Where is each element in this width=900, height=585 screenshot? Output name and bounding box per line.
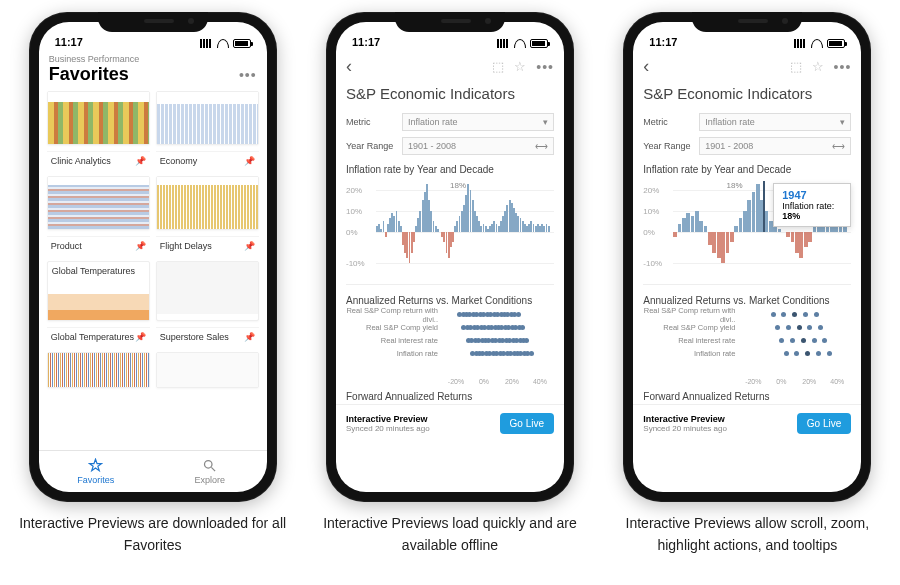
pin-icon[interactable]: 📌 [244, 332, 255, 342]
caption: Interactive Previews allow scroll, zoom,… [607, 512, 887, 557]
bars [376, 179, 550, 284]
wifi-icon [514, 39, 526, 48]
filter-metric: Metric Inflation rate▾ [633, 110, 861, 134]
clock: 11:17 [649, 36, 677, 48]
caption: Interactive Previews load quickly and ar… [310, 512, 590, 557]
y-tick: -10% [643, 259, 662, 268]
filter-label: Year Range [643, 141, 693, 151]
y-tick: -10% [346, 259, 365, 268]
notch [692, 12, 802, 32]
card-label: Clinic Analytics [51, 156, 111, 166]
inflation-chart[interactable]: 20% 10% 0% -10% 18% [346, 179, 554, 285]
download-icon[interactable]: ⬚ [492, 59, 504, 75]
content: ‹ ⬚ ☆ ••• S&P Economic Indicators Metric… [336, 50, 564, 492]
dashboard-card[interactable] [156, 352, 259, 388]
metric-select[interactable]: Inflation rate▾ [699, 113, 851, 131]
filter-range: Year Range 1901 - 2008⟷ [336, 134, 564, 158]
star-outline-icon[interactable]: ☆ [812, 59, 824, 75]
filter-label: Metric [643, 117, 693, 127]
notch [395, 12, 505, 32]
dashboard-card[interactable] [47, 352, 150, 388]
wifi-icon [217, 39, 229, 48]
tab-label: Favorites [77, 475, 114, 485]
pin-icon[interactable]: 📌 [244, 241, 255, 251]
tab-explore[interactable]: Explore [153, 451, 267, 492]
returns-dotplot[interactable]: Real S&P Comp return with divi..Real S&P… [346, 308, 554, 372]
battery-icon [530, 39, 548, 48]
go-live-button[interactable]: Go Live [797, 413, 851, 434]
thumbnail [48, 353, 149, 387]
header-row: Favorites ••• [39, 64, 267, 91]
range-select[interactable]: 1901 - 2008⟷ [402, 137, 554, 155]
back-icon[interactable]: ‹ [346, 56, 352, 77]
tooltip-year: 1947 [782, 189, 842, 201]
tab-favorites[interactable]: Favorites [39, 451, 153, 492]
status-icons [200, 39, 251, 48]
col-1: 11:17 Business Performance Favorites ••• [8, 12, 297, 557]
highlight-bar [763, 181, 765, 231]
pin-icon[interactable]: 📌 [244, 156, 255, 166]
metric-select[interactable]: Inflation rate▾ [402, 113, 554, 131]
col-2: 11:17 ‹ ⬚ ☆ ••• S&P Economic Indicators [305, 12, 594, 557]
signal-icon [794, 39, 807, 48]
y-tick: 0% [346, 227, 358, 236]
pin-icon[interactable]: 📌 [135, 241, 146, 251]
preview-title: Interactive Preview [346, 414, 430, 424]
download-icon[interactable]: ⬚ [790, 59, 802, 75]
select-value: Inflation rate [408, 117, 458, 127]
svg-line-1 [212, 467, 216, 471]
preview-footer: Interactive Preview Synced 20 minutes ag… [336, 404, 564, 442]
card-label: Global Temperatures [51, 332, 134, 342]
dashboard-card[interactable] [47, 91, 150, 145]
pin-icon[interactable]: 📌 [135, 332, 146, 342]
select-value: 1901 - 2008 [408, 141, 456, 151]
screen: 11:17 Business Performance Favorites ••• [39, 22, 267, 492]
section-title: Forward Annualized Returns [336, 385, 564, 404]
back-icon[interactable]: ‹ [643, 56, 649, 77]
signal-icon [200, 39, 213, 48]
thumbnail [48, 177, 149, 229]
col-3: 11:17 ‹ ⬚ ☆ ••• S&P Economic Indicators [603, 12, 892, 557]
y-tick: 20% [346, 185, 362, 194]
dashboard-card[interactable] [47, 176, 150, 230]
card-label: Product [51, 241, 82, 251]
search-icon [202, 458, 217, 473]
chevron-down-icon: ▾ [543, 117, 548, 127]
thumbnail [48, 92, 149, 144]
y-tick: 10% [346, 206, 362, 215]
nav-row: ‹ ⬚ ☆ ••• [633, 50, 861, 81]
dashboard-card[interactable] [156, 176, 259, 230]
star-outline-icon[interactable]: ☆ [514, 59, 526, 75]
page-title: S&P Economic Indicators [336, 81, 564, 110]
pin-icon[interactable]: 📌 [135, 156, 146, 166]
thumbnail [157, 92, 258, 144]
tab-label: Explore [194, 475, 225, 485]
returns-dotplot[interactable]: Real S&P Comp return with divi..Real S&P… [643, 308, 851, 372]
thumbnail [157, 262, 258, 314]
footer-text: Interactive Preview Synced 20 minutes ag… [346, 414, 430, 433]
more-icon[interactable]: ••• [536, 59, 554, 75]
favorites-grid[interactable]: Clinic Analytics📌 Economy📌 Product📌 Flig… [39, 91, 267, 450]
battery-icon [827, 39, 845, 48]
inflation-chart[interactable]: 20% 10% 0% -10% 18% 1947 Inflation rate:… [643, 179, 851, 285]
thumbnail [157, 177, 258, 229]
phone-frame: 11:17 ‹ ⬚ ☆ ••• S&P Economic Indicators [326, 12, 574, 502]
range-handle-icon: ⟷ [832, 141, 845, 151]
phone-row: 11:17 Business Performance Favorites ••• [0, 0, 900, 557]
y-tick: 0% [643, 227, 655, 236]
select-value: 1901 - 2008 [705, 141, 753, 151]
range-select[interactable]: 1901 - 2008⟷ [699, 137, 851, 155]
page-title: Favorites [49, 64, 129, 85]
wifi-icon [811, 39, 823, 48]
dashboard-card[interactable] [156, 261, 259, 321]
signal-icon [497, 39, 510, 48]
clock: 11:17 [352, 36, 380, 48]
dashboard-card[interactable]: Global Temperatures [47, 261, 150, 321]
more-icon[interactable]: ••• [239, 67, 257, 83]
more-icon[interactable]: ••• [834, 59, 852, 75]
go-live-button[interactable]: Go Live [500, 413, 554, 434]
page-title: S&P Economic Indicators [633, 81, 861, 110]
dashboard-card[interactable] [156, 91, 259, 145]
breadcrumb[interactable]: Business Performance [39, 50, 267, 64]
card-label: Superstore Sales [160, 332, 229, 342]
